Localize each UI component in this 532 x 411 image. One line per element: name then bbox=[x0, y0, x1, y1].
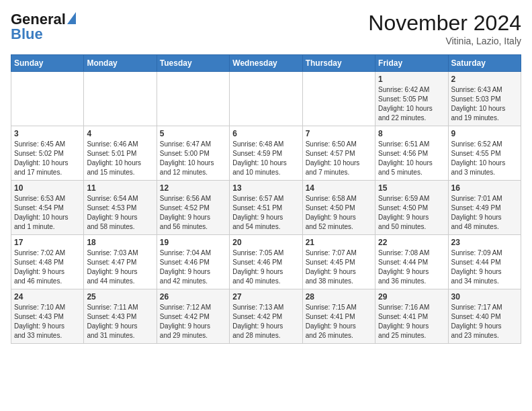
day-info: Sunrise: 6:48 AM Sunset: 4:59 PM Dayligh… bbox=[232, 140, 299, 177]
day-info: Sunrise: 6:57 AM Sunset: 4:51 PM Dayligh… bbox=[232, 194, 299, 232]
day-number: 30 bbox=[451, 292, 518, 302]
day-info: Sunrise: 7:17 AM Sunset: 4:40 PM Dayligh… bbox=[451, 303, 518, 340]
calendar-cell bbox=[230, 72, 302, 126]
day-info: Sunrise: 7:15 AM Sunset: 4:41 PM Dayligh… bbox=[306, 303, 372, 340]
calendar-cell: 18Sunrise: 7:03 AM Sunset: 4:47 PM Dayli… bbox=[84, 235, 157, 289]
day-number: 18 bbox=[87, 238, 153, 247]
calendar-cell bbox=[157, 72, 229, 126]
logo-blue-text: Blue bbox=[11, 26, 43, 43]
day-info: Sunrise: 6:43 AM Sunset: 5:03 PM Dayligh… bbox=[451, 85, 518, 123]
calendar-cell: 15Sunrise: 6:59 AM Sunset: 4:50 PM Dayli… bbox=[375, 181, 448, 235]
day-number: 15 bbox=[378, 183, 445, 193]
day-number: 10 bbox=[14, 183, 81, 193]
day-info: Sunrise: 6:56 AM Sunset: 4:52 PM Dayligh… bbox=[160, 194, 226, 232]
day-number: 26 bbox=[160, 292, 226, 302]
day-info: Sunrise: 7:07 AM Sunset: 4:45 PM Dayligh… bbox=[306, 248, 372, 286]
day-info: Sunrise: 6:59 AM Sunset: 4:50 PM Dayligh… bbox=[378, 194, 445, 232]
day-number: 9 bbox=[451, 129, 518, 138]
day-info: Sunrise: 6:45 AM Sunset: 5:02 PM Dayligh… bbox=[14, 140, 81, 177]
day-info: Sunrise: 6:47 AM Sunset: 5:00 PM Dayligh… bbox=[160, 140, 226, 177]
day-info: Sunrise: 7:05 AM Sunset: 4:46 PM Dayligh… bbox=[232, 248, 299, 286]
day-number: 17 bbox=[14, 238, 81, 247]
day-number: 7 bbox=[306, 129, 372, 138]
day-number: 25 bbox=[87, 292, 153, 302]
month-title: November 2024 bbox=[368, 11, 521, 36]
header-day-tuesday: Tuesday bbox=[157, 55, 229, 72]
logo: General Blue bbox=[11, 11, 76, 43]
header-day-monday: Monday bbox=[84, 55, 157, 72]
day-info: Sunrise: 6:58 AM Sunset: 4:50 PM Dayligh… bbox=[306, 194, 372, 232]
day-info: Sunrise: 6:50 AM Sunset: 4:57 PM Dayligh… bbox=[306, 140, 372, 177]
calendar-cell: 12Sunrise: 6:56 AM Sunset: 4:52 PM Dayli… bbox=[157, 181, 229, 235]
week-row-0: 1Sunrise: 6:42 AM Sunset: 5:05 PM Daylig… bbox=[11, 72, 521, 126]
calendar-cell: 16Sunrise: 7:01 AM Sunset: 4:49 PM Dayli… bbox=[448, 181, 521, 235]
calendar-table: SundayMondayTuesdayWednesdayThursdayFrid… bbox=[11, 54, 521, 344]
calendar-cell: 3Sunrise: 6:45 AM Sunset: 5:02 PM Daylig… bbox=[11, 126, 84, 181]
calendar-cell: 26Sunrise: 7:12 AM Sunset: 4:42 PM Dayli… bbox=[157, 289, 229, 344]
day-number: 24 bbox=[14, 292, 81, 302]
calendar-cell: 7Sunrise: 6:50 AM Sunset: 4:57 PM Daylig… bbox=[302, 126, 375, 181]
day-number: 22 bbox=[378, 238, 445, 247]
calendar-cell: 5Sunrise: 6:47 AM Sunset: 5:00 PM Daylig… bbox=[157, 126, 229, 181]
title-block: November 2024 Vitinia, Lazio, Italy bbox=[368, 11, 521, 46]
calendar-cell: 23Sunrise: 7:09 AM Sunset: 4:44 PM Dayli… bbox=[448, 235, 521, 289]
header-day-thursday: Thursday bbox=[302, 55, 375, 72]
day-info: Sunrise: 7:03 AM Sunset: 4:47 PM Dayligh… bbox=[87, 248, 153, 286]
header-day-sunday: Sunday bbox=[11, 55, 84, 72]
logo-triangle-icon bbox=[67, 12, 76, 24]
header-day-wednesday: Wednesday bbox=[230, 55, 302, 72]
day-info: Sunrise: 7:13 AM Sunset: 4:42 PM Dayligh… bbox=[232, 303, 299, 340]
day-number: 12 bbox=[160, 183, 226, 193]
header-row: SundayMondayTuesdayWednesdayThursdayFrid… bbox=[11, 55, 521, 72]
day-info: Sunrise: 7:01 AM Sunset: 4:49 PM Dayligh… bbox=[451, 194, 518, 232]
week-row-1: 3Sunrise: 6:45 AM Sunset: 5:02 PM Daylig… bbox=[11, 126, 521, 181]
day-info: Sunrise: 7:08 AM Sunset: 4:44 PM Dayligh… bbox=[378, 248, 445, 286]
calendar-cell: 21Sunrise: 7:07 AM Sunset: 4:45 PM Dayli… bbox=[302, 235, 375, 289]
calendar-cell bbox=[302, 72, 375, 126]
header-day-friday: Friday bbox=[375, 55, 448, 72]
calendar-cell: 10Sunrise: 6:53 AM Sunset: 4:54 PM Dayli… bbox=[11, 181, 84, 235]
calendar-cell: 24Sunrise: 7:10 AM Sunset: 4:43 PM Dayli… bbox=[11, 289, 84, 344]
day-number: 23 bbox=[451, 238, 518, 247]
day-number: 11 bbox=[87, 183, 153, 193]
calendar-cell: 27Sunrise: 7:13 AM Sunset: 4:42 PM Dayli… bbox=[230, 289, 302, 344]
calendar-cell: 19Sunrise: 7:04 AM Sunset: 4:46 PM Dayli… bbox=[157, 235, 229, 289]
calendar-cell: 1Sunrise: 6:42 AM Sunset: 5:05 PM Daylig… bbox=[375, 72, 448, 126]
day-info: Sunrise: 6:52 AM Sunset: 4:55 PM Dayligh… bbox=[451, 140, 518, 177]
day-number: 1 bbox=[378, 75, 445, 84]
day-info: Sunrise: 7:11 AM Sunset: 4:43 PM Dayligh… bbox=[87, 303, 153, 340]
calendar-cell bbox=[84, 72, 157, 126]
day-info: Sunrise: 7:04 AM Sunset: 4:46 PM Dayligh… bbox=[160, 248, 226, 286]
day-number: 28 bbox=[306, 292, 372, 302]
day-number: 20 bbox=[232, 238, 299, 247]
day-info: Sunrise: 7:10 AM Sunset: 4:43 PM Dayligh… bbox=[14, 303, 81, 340]
day-number: 4 bbox=[87, 129, 153, 138]
day-info: Sunrise: 6:54 AM Sunset: 4:53 PM Dayligh… bbox=[87, 194, 153, 232]
week-row-4: 24Sunrise: 7:10 AM Sunset: 4:43 PM Dayli… bbox=[11, 289, 521, 344]
day-number: 6 bbox=[232, 129, 299, 138]
day-info: Sunrise: 6:53 AM Sunset: 4:54 PM Dayligh… bbox=[14, 194, 81, 232]
calendar-header: SundayMondayTuesdayWednesdayThursdayFrid… bbox=[11, 55, 521, 72]
location: Vitinia, Lazio, Italy bbox=[368, 36, 521, 46]
calendar-cell: 30Sunrise: 7:17 AM Sunset: 4:40 PM Dayli… bbox=[448, 289, 521, 344]
day-number: 21 bbox=[306, 238, 372, 247]
day-number: 29 bbox=[378, 292, 445, 302]
week-row-2: 10Sunrise: 6:53 AM Sunset: 4:54 PM Dayli… bbox=[11, 181, 521, 235]
calendar-cell: 4Sunrise: 6:46 AM Sunset: 5:01 PM Daylig… bbox=[84, 126, 157, 181]
calendar-cell: 6Sunrise: 6:48 AM Sunset: 4:59 PM Daylig… bbox=[230, 126, 302, 181]
calendar-cell: 22Sunrise: 7:08 AM Sunset: 4:44 PM Dayli… bbox=[375, 235, 448, 289]
day-info: Sunrise: 6:42 AM Sunset: 5:05 PM Dayligh… bbox=[378, 85, 445, 123]
calendar-cell: 2Sunrise: 6:43 AM Sunset: 5:03 PM Daylig… bbox=[448, 72, 521, 126]
day-number: 19 bbox=[160, 238, 226, 247]
calendar-cell: 9Sunrise: 6:52 AM Sunset: 4:55 PM Daylig… bbox=[448, 126, 521, 181]
day-number: 16 bbox=[451, 183, 518, 193]
day-number: 13 bbox=[232, 183, 299, 193]
calendar-cell: 29Sunrise: 7:16 AM Sunset: 4:41 PM Dayli… bbox=[375, 289, 448, 344]
day-info: Sunrise: 6:51 AM Sunset: 4:56 PM Dayligh… bbox=[378, 140, 445, 177]
page-header: General Blue November 2024 Vitinia, Lazi… bbox=[11, 11, 521, 46]
calendar-body: 1Sunrise: 6:42 AM Sunset: 5:05 PM Daylig… bbox=[11, 72, 521, 344]
day-info: Sunrise: 7:02 AM Sunset: 4:48 PM Dayligh… bbox=[14, 248, 81, 286]
day-info: Sunrise: 6:46 AM Sunset: 5:01 PM Dayligh… bbox=[87, 140, 153, 177]
week-row-3: 17Sunrise: 7:02 AM Sunset: 4:48 PM Dayli… bbox=[11, 235, 521, 289]
day-number: 2 bbox=[451, 75, 518, 84]
